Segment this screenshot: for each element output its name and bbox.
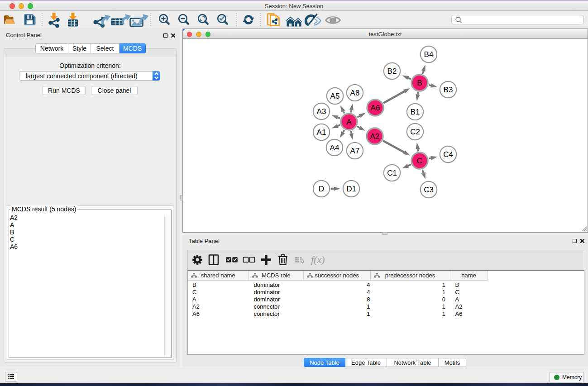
svg-text:C3: C3 bbox=[424, 186, 434, 194]
svg-text:A4: A4 bbox=[330, 143, 339, 152]
svg-text:A3: A3 bbox=[317, 107, 326, 116]
svg-text:A5: A5 bbox=[330, 92, 340, 100]
svg-text:D1: D1 bbox=[346, 185, 356, 193]
svg-text:C2: C2 bbox=[410, 128, 420, 136]
svg-text:C: C bbox=[417, 157, 422, 165]
svg-text:B: B bbox=[417, 79, 422, 87]
svg-text:f(x): f(x) bbox=[311, 254, 325, 265]
svg-text:B4: B4 bbox=[424, 50, 434, 59]
svg-text:A1: A1 bbox=[317, 128, 326, 137]
svg-text:A2: A2 bbox=[370, 132, 380, 141]
svg-text:A: A bbox=[346, 118, 352, 126]
svg-text:C1: C1 bbox=[387, 169, 397, 177]
svg-text:D: D bbox=[319, 185, 324, 193]
svg-text:A7: A7 bbox=[350, 147, 360, 155]
svg-text:B1: B1 bbox=[411, 108, 420, 116]
svg-text:A6: A6 bbox=[371, 104, 380, 112]
svg-text:B2: B2 bbox=[387, 67, 397, 76]
svg-text:A8: A8 bbox=[350, 89, 360, 97]
svg-text:B3: B3 bbox=[444, 86, 453, 94]
svg-text:C4: C4 bbox=[443, 150, 453, 159]
